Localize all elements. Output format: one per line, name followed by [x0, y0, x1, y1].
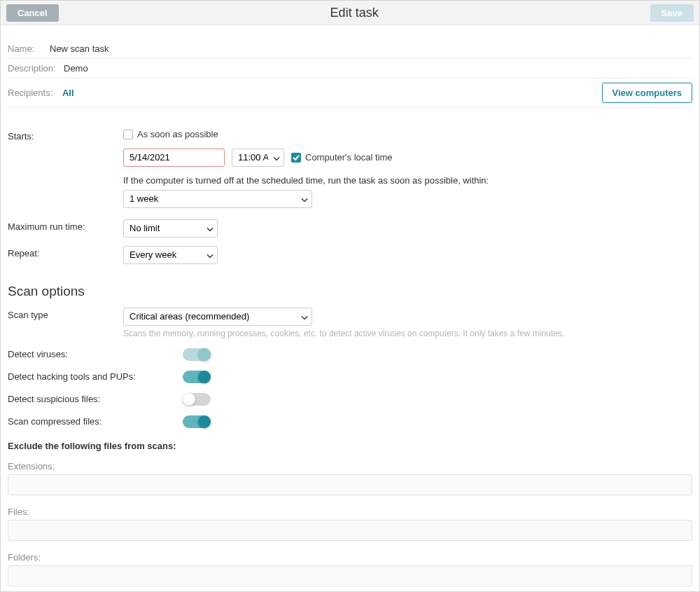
name-value[interactable]: New scan task [50, 43, 109, 54]
detect-viruses-row: Detect viruses: [8, 348, 692, 361]
maxrun-label: Maximum run time: [8, 219, 123, 232]
name-row: Name: New scan task [8, 39, 692, 59]
starts-row: Starts: As soon as possible 11:00 AM [8, 129, 692, 208]
repeat-row: Repeat: Every week [8, 246, 692, 264]
detect-suspicious-row: Detect suspicious files: [8, 393, 692, 406]
cancel-button[interactable]: Cancel [6, 4, 59, 22]
description-row: Description: Demo [8, 59, 692, 78]
starts-label: Starts: [8, 129, 123, 142]
recipients-row: Recipients: All View computers [8, 78, 692, 108]
description-value[interactable]: Demo [64, 63, 88, 74]
folders-label: Folders: [8, 552, 692, 563]
extensions-label: Extensions: [8, 461, 692, 471]
local-time-checkbox[interactable]: Computer's local time [291, 152, 393, 163]
asap-checkbox[interactable]: As soon as possible [123, 129, 218, 139]
start-date-input[interactable] [123, 149, 225, 167]
checkbox-icon [123, 130, 133, 139]
scantype-select[interactable]: Critical areas (recommended) [123, 308, 312, 326]
recipients-label: Recipients: [8, 88, 52, 98]
scantype-hint: Scans the memory, running processes, coo… [123, 329, 692, 338]
maxrun-select[interactable]: No limit [123, 219, 218, 238]
page-title: Edit task [330, 6, 379, 20]
recipients-value[interactable]: All [62, 88, 74, 98]
save-button[interactable]: Save [650, 4, 694, 22]
scantype-row: Scan type Critical areas (recommended) S… [8, 308, 692, 338]
content-area: Name: New scan task Description: Demo Re… [1, 25, 699, 592]
checkbox-icon [291, 153, 301, 163]
files-label: Files: [8, 507, 692, 517]
off-within-select[interactable]: 1 week [123, 190, 312, 208]
detect-viruses-label: Detect viruses: [8, 349, 183, 359]
off-help-text: If the computer is turned off at the sch… [123, 175, 692, 186]
asap-label: As soon as possible [137, 129, 218, 139]
detect-hacking-label: Detect hacking tools and PUPs: [8, 371, 183, 382]
name-label: Name: [8, 43, 50, 54]
titlebar: Cancel Edit task Save [1, 1, 699, 25]
folders-input[interactable] [8, 565, 692, 586]
local-time-label: Computer's local time [305, 152, 393, 163]
start-time-select[interactable]: 11:00 AM [232, 149, 284, 167]
maxrun-row: Maximum run time: No limit [8, 219, 692, 238]
scan-compressed-label: Scan compressed files: [8, 416, 183, 427]
exclude-heading: Exclude the following files from scans: [8, 441, 692, 451]
detect-viruses-toggle [183, 348, 211, 361]
extensions-input[interactable] [8, 474, 692, 495]
scan-compressed-toggle[interactable] [183, 415, 211, 428]
scantype-label: Scan type [8, 308, 123, 320]
description-label: Description: [8, 63, 64, 74]
repeat-label: Repeat: [8, 246, 123, 259]
scan-compressed-row: Scan compressed files: [8, 415, 692, 428]
view-computers-button[interactable]: View computers [602, 83, 692, 103]
detect-hacking-toggle[interactable] [183, 371, 211, 383]
repeat-select[interactable]: Every week [123, 246, 218, 264]
detect-suspicious-toggle[interactable] [183, 393, 211, 406]
files-input[interactable] [8, 520, 692, 541]
detect-hacking-row: Detect hacking tools and PUPs: [8, 371, 692, 383]
detect-suspicious-label: Detect suspicious files: [8, 394, 183, 404]
edit-task-window: Cancel Edit task Save Name: New scan tas… [0, 0, 700, 592]
scan-options-heading: Scan options [8, 284, 692, 299]
